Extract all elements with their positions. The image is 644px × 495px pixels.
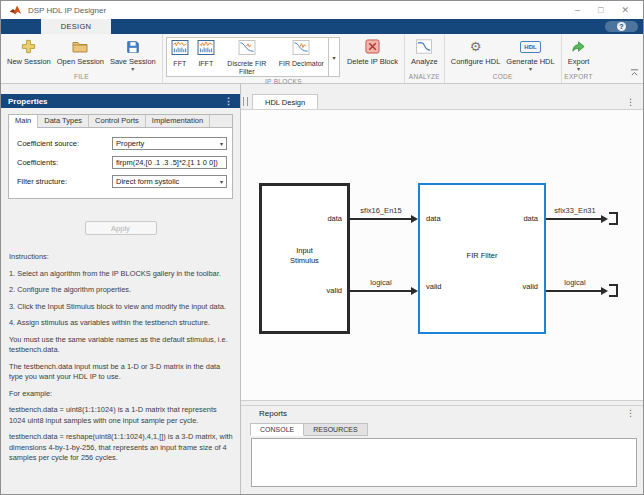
tab-design[interactable]: DESIGN — [41, 19, 111, 34]
save-icon — [126, 38, 140, 55]
reports-tabs: CONSOLE RESOURCES — [250, 423, 643, 436]
title-bar: DSP HDL IP Designer – □ ✕ — [1, 1, 643, 19]
signal-label-data-out: sfix33_En31 — [539, 206, 611, 215]
port-label: data — [327, 214, 342, 223]
signal-label-valid-out: logical — [539, 278, 611, 287]
coefficients-input[interactable]: firpm(24,[0 .1 .3 .5]*2,[1 1 0 0]) — [112, 156, 227, 169]
filter-structure-select[interactable]: Direct form systolic ▾ — [112, 175, 227, 188]
fir-decimator-icon — [292, 40, 310, 59]
signal-label-data-in: sfix16_En15 — [345, 206, 417, 215]
hdl-badge-icon: HDL — [520, 38, 540, 55]
signal-wire — [350, 290, 412, 292]
tab-implementation[interactable]: Implementation — [146, 115, 210, 127]
close-icon[interactable]: ✕ — [621, 1, 629, 19]
generate-hdl-button[interactable]: HDL Generate HDL ▾ — [503, 36, 557, 72]
discrete-fir-filter-icon — [238, 40, 256, 59]
gallery-item-fir-decimator[interactable]: FIR Decimator — [275, 38, 328, 76]
window-title: DSP HDL IP Designer — [28, 6, 106, 15]
hdl-design-tab-row: HDL Design ⋮ — [241, 94, 643, 109]
gallery-item-ifft[interactable]: IFFT — [193, 38, 219, 76]
gallery-item-discrete-fir-filter[interactable]: Discrete FIR Filter — [219, 38, 275, 76]
matlab-logo-icon — [9, 4, 22, 16]
wire-arrowhead — [601, 287, 608, 295]
section-label-export: EXPORT — [562, 72, 596, 83]
section-label-analyze: ANALYZE — [405, 72, 444, 83]
section-label-code: CODE — [445, 72, 561, 83]
coefficient-source-select[interactable]: Property ▾ — [112, 137, 227, 150]
minimize-icon[interactable]: – — [575, 1, 580, 19]
signal-wire — [546, 290, 602, 292]
help-icon: ? — [617, 22, 626, 31]
wire-arrowhead — [411, 215, 418, 223]
toolbar-section-export: Export ▾ EXPORT — [562, 34, 596, 83]
ip-blocks-gallery: FFT IFFT Discrete FIR Filter — [166, 37, 340, 77]
delete-icon — [365, 38, 380, 55]
properties-tabs: Main Data Types Control Ports Implementa… — [9, 115, 232, 128]
wire-arrowhead — [601, 215, 608, 223]
ribbon-toolbar: New Session Open Session Save Session ▾ … — [1, 34, 643, 84]
save-session-button[interactable]: Save Session ▾ — [107, 36, 159, 72]
gallery-dropdown-button[interactable]: ▾ — [328, 38, 339, 76]
signal-wire — [546, 218, 602, 220]
properties-card: Main Data Types Control Ports Implementa… — [8, 114, 233, 199]
console-output-area[interactable] — [251, 438, 637, 487]
wire-arrowhead — [411, 287, 418, 295]
design-canvas[interactable]: Input Stimulus data valid FIR Filter dat… — [241, 109, 643, 400]
fir-filter-label: FIR Filter — [420, 251, 544, 261]
new-session-plus-icon — [21, 38, 36, 55]
signal-wire — [350, 218, 412, 220]
tab-main[interactable]: Main — [9, 115, 38, 128]
toolbar-section-analyze: Analyze ANALYZE — [405, 34, 445, 83]
panel-grip-icon[interactable] — [243, 97, 248, 106]
instructions-text: Instructions: 1. Select an algorithm fro… — [9, 252, 234, 470]
fir-filter-block[interactable]: FIR Filter data valid data valid — [418, 183, 546, 334]
properties-panel: Properties ⋮ Main Data Types Control Por… — [1, 84, 241, 494]
tab-data-types[interactable]: Data Types — [38, 115, 89, 127]
analyze-button[interactable]: Analyze — [408, 36, 441, 66]
maximize-icon[interactable]: □ — [598, 1, 603, 19]
port-label: valid — [523, 282, 538, 291]
gallery-item-fft[interactable]: FFT — [167, 38, 193, 76]
reports-title: Reports — [259, 409, 287, 418]
toolbar-section-file: New Session Open Session Save Session ▾ … — [1, 34, 163, 83]
tab-console[interactable]: CONSOLE — [250, 423, 304, 436]
apply-button[interactable]: Apply — [85, 221, 157, 235]
ifft-icon — [197, 40, 215, 59]
port-label: data — [523, 214, 538, 223]
reports-menu-icon[interactable]: ⋮ — [626, 408, 635, 418]
folder-icon — [72, 38, 88, 55]
tab-hdl-design[interactable]: HDL Design — [252, 94, 318, 109]
port-label: valid — [426, 282, 441, 291]
configure-hdl-button[interactable]: ⚙ Configure HDL — [448, 36, 504, 66]
signal-label-valid-in: logical — [345, 278, 417, 287]
collapse-ribbon-icon[interactable] — [630, 63, 639, 81]
new-session-button[interactable]: New Session — [4, 36, 54, 66]
properties-panel-header: Properties ⋮ — [1, 94, 240, 108]
app-window: DSP HDL IP Designer – □ ✕ DESIGN ? New S… — [0, 0, 644, 495]
ribbon-tab-bar: DESIGN ? — [1, 19, 643, 34]
delete-ip-block-button[interactable]: Delete IP Block — [344, 36, 401, 66]
section-label-ip-blocks: IP BLOCKS — [163, 77, 404, 87]
help-button[interactable]: ? — [605, 21, 638, 32]
section-label-file: FILE — [1, 72, 162, 83]
reports-panel: Reports ⋮ CONSOLE RESOURCES — [241, 405, 643, 494]
port-label: valid — [327, 286, 342, 295]
filter-structure-label: Filter structure: — [14, 177, 112, 186]
reports-header: Reports ⋮ — [241, 406, 643, 419]
tab-control-ports[interactable]: Control Ports — [89, 115, 146, 127]
coefficient-source-label: Coefficient source: — [14, 139, 112, 148]
hdl-design-panel: HDL Design ⋮ Input Stimulus data valid F… — [241, 84, 643, 494]
export-button[interactable]: Export ▾ — [565, 36, 593, 72]
gear-icon: ⚙ — [470, 38, 482, 55]
toolbar-section-code: ⚙ Configure HDL HDL Generate HDL ▾ CODE — [445, 34, 562, 83]
tab-resources[interactable]: RESOURCES — [304, 423, 367, 436]
chevron-down-icon: ▾ — [220, 140, 223, 147]
toolbar-section-ip-blocks: FFT IFFT Discrete FIR Filter — [163, 34, 405, 83]
hdl-design-menu-icon[interactable]: ⋮ — [626, 97, 635, 107]
properties-panel-title: Properties — [8, 97, 48, 106]
coefficients-label: Coefficients: — [14, 158, 112, 167]
export-arrow-icon — [571, 38, 586, 55]
panel-menu-icon[interactable]: ⋮ — [224, 96, 233, 106]
open-session-button[interactable]: Open Session — [54, 36, 107, 66]
input-stimulus-block[interactable]: Input Stimulus data valid — [259, 183, 350, 334]
